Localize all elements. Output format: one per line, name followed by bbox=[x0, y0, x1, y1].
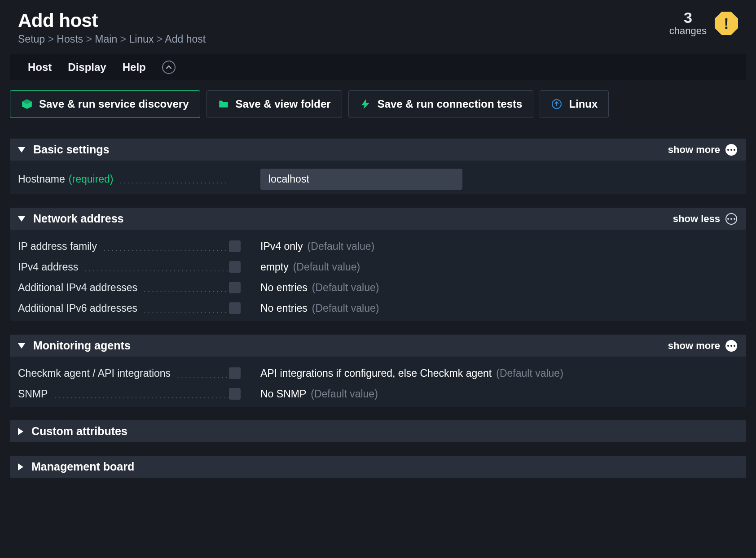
breadcrumb-item[interactable]: Setup bbox=[18, 33, 45, 45]
sections: Basic settings show more Hostname (requi… bbox=[0, 118, 756, 487]
chevron-down-icon bbox=[18, 343, 25, 349]
changes-label: changes bbox=[669, 25, 707, 37]
override-checkbox[interactable] bbox=[229, 282, 241, 293]
row-hostname: Hostname (required) bbox=[18, 167, 738, 192]
section-header[interactable]: Custom attributes bbox=[10, 420, 746, 442]
override-checkbox[interactable] bbox=[229, 388, 241, 400]
header-left: Add host Setup > Hosts > Main > Linux > … bbox=[18, 10, 669, 45]
save-run-service-discovery-button[interactable]: Save & run service discovery bbox=[10, 90, 200, 118]
section-header[interactable]: Management board bbox=[10, 456, 746, 478]
save-run-connection-tests-button[interactable]: Save & run connection tests bbox=[348, 90, 534, 118]
linux-button[interactable]: Linux bbox=[540, 90, 609, 118]
override-checkbox[interactable] bbox=[229, 367, 241, 379]
row-snmp: SNMP No SNMP(Default value) bbox=[18, 384, 738, 404]
field-label: Checkmk agent / API integrations bbox=[18, 367, 229, 379]
chevron-down-icon bbox=[18, 216, 25, 222]
field-value: empty bbox=[260, 261, 289, 273]
label-text: Checkmk agent / API integrations bbox=[18, 367, 171, 379]
default-marker: (Default value) bbox=[496, 367, 563, 379]
menu-help[interactable]: Help bbox=[123, 61, 146, 74]
field-label: IPv4 address bbox=[18, 261, 229, 273]
menu-host[interactable]: Host bbox=[28, 61, 52, 74]
row-additional-ipv6: Additional IPv6 addresses No entries(Def… bbox=[18, 298, 738, 318]
field-label: Additional IPv6 addresses bbox=[18, 302, 229, 314]
section-custom-attributes: Custom attributes bbox=[10, 420, 746, 442]
page-header: Add host Setup > Hosts > Main > Linux > … bbox=[0, 0, 756, 50]
save-view-folder-button[interactable]: Save & view folder bbox=[207, 90, 342, 118]
section-title: Monitoring agents bbox=[33, 339, 131, 352]
page-title: Add host bbox=[18, 10, 669, 31]
override-checkbox[interactable] bbox=[229, 240, 241, 252]
chevron-right-icon bbox=[18, 463, 23, 471]
required-marker: (required) bbox=[69, 173, 114, 185]
section-header[interactable]: Basic settings show more bbox=[10, 139, 746, 161]
section-title: Basic settings bbox=[33, 143, 110, 156]
row-ip-address-family: IP address family IPv4 only(Default valu… bbox=[18, 236, 738, 257]
collapse-toggle-icon[interactable] bbox=[162, 61, 176, 74]
label-text: SNMP bbox=[18, 388, 48, 400]
field-label: SNMP bbox=[18, 388, 229, 400]
section-title: Network address bbox=[33, 212, 123, 225]
label-text: Additional IPv4 addresses bbox=[18, 282, 137, 294]
more-options-icon[interactable] bbox=[725, 213, 737, 225]
field-label: Hostname (required) bbox=[18, 173, 229, 185]
breadcrumb-item[interactable]: Linux bbox=[129, 33, 154, 45]
breadcrumb-item[interactable]: Hosts bbox=[57, 33, 83, 45]
section-network-address: Network address show less IP address fam… bbox=[10, 208, 746, 321]
bolt-icon bbox=[360, 98, 371, 110]
section-title: Custom attributes bbox=[31, 425, 127, 438]
chevron-right-icon bbox=[18, 428, 23, 435]
field-value: No entries bbox=[260, 302, 308, 314]
button-label: Save & run service discovery bbox=[39, 98, 189, 110]
field-value: API integrations if configured, else Che… bbox=[260, 367, 492, 379]
changes-count: 3 bbox=[669, 10, 707, 25]
row-checkmk-agent: Checkmk agent / API integrations API int… bbox=[18, 363, 738, 384]
section-title: Management board bbox=[31, 460, 134, 473]
label-text: Hostname bbox=[18, 173, 65, 185]
breadcrumb-item: Add host bbox=[165, 33, 206, 45]
button-label: Save & run connection tests bbox=[378, 98, 523, 110]
folder-icon bbox=[218, 98, 229, 110]
section-header[interactable]: Monitoring agents show more bbox=[10, 335, 746, 357]
default-marker: (Default value) bbox=[293, 261, 360, 273]
section-management-board: Management board bbox=[10, 456, 746, 478]
section-header[interactable]: Network address show less bbox=[10, 208, 746, 230]
row-additional-ipv4: Additional IPv4 addresses No entries(Def… bbox=[18, 277, 738, 298]
default-marker: (Default value) bbox=[311, 388, 378, 400]
override-checkbox[interactable] bbox=[229, 302, 241, 314]
cube-icon bbox=[21, 98, 33, 110]
chevron-down-icon bbox=[18, 147, 25, 153]
up-arrow-circle-icon bbox=[551, 98, 563, 110]
section-body: Hostname (required) bbox=[10, 161, 746, 194]
menu-display[interactable]: Display bbox=[68, 61, 106, 74]
show-more-toggle[interactable]: show more bbox=[668, 340, 720, 352]
default-marker: (Default value) bbox=[308, 240, 375, 253]
field-value: No SNMP bbox=[260, 388, 306, 400]
more-options-icon[interactable] bbox=[725, 340, 737, 352]
more-options-icon[interactable] bbox=[725, 144, 737, 156]
breadcrumb-item[interactable]: Main bbox=[95, 33, 117, 45]
field-label: Additional IPv4 addresses bbox=[18, 282, 229, 294]
section-body: IP address family IPv4 only(Default valu… bbox=[10, 230, 746, 321]
show-less-toggle[interactable]: show less bbox=[673, 213, 720, 225]
warning-badge-icon[interactable]: ! bbox=[715, 12, 738, 35]
override-checkbox[interactable] bbox=[229, 261, 241, 273]
row-ipv4-address: IPv4 address empty(Default value) bbox=[18, 257, 738, 277]
field-value: IPv4 only bbox=[260, 240, 303, 253]
button-label: Linux bbox=[569, 98, 598, 110]
default-marker: (Default value) bbox=[312, 302, 379, 314]
section-body: Checkmk agent / API integrations API int… bbox=[10, 357, 746, 407]
menubar: Host Display Help bbox=[10, 54, 746, 80]
label-text: Additional IPv6 addresses bbox=[18, 302, 137, 314]
hostname-input[interactable] bbox=[260, 169, 462, 190]
header-right: 3 changes ! bbox=[669, 10, 738, 37]
section-monitoring-agents: Monitoring agents show more Checkmk agen… bbox=[10, 335, 746, 407]
show-more-toggle[interactable]: show more bbox=[668, 144, 720, 156]
label-text: IPv4 address bbox=[18, 261, 78, 273]
label-text: IP address family bbox=[18, 240, 97, 253]
changes-indicator[interactable]: 3 changes bbox=[669, 10, 707, 37]
section-basic-settings: Basic settings show more Hostname (requi… bbox=[10, 139, 746, 194]
field-label: IP address family bbox=[18, 240, 229, 253]
toolbar: Save & run service discovery Save & view… bbox=[0, 80, 756, 118]
default-marker: (Default value) bbox=[312, 282, 379, 294]
